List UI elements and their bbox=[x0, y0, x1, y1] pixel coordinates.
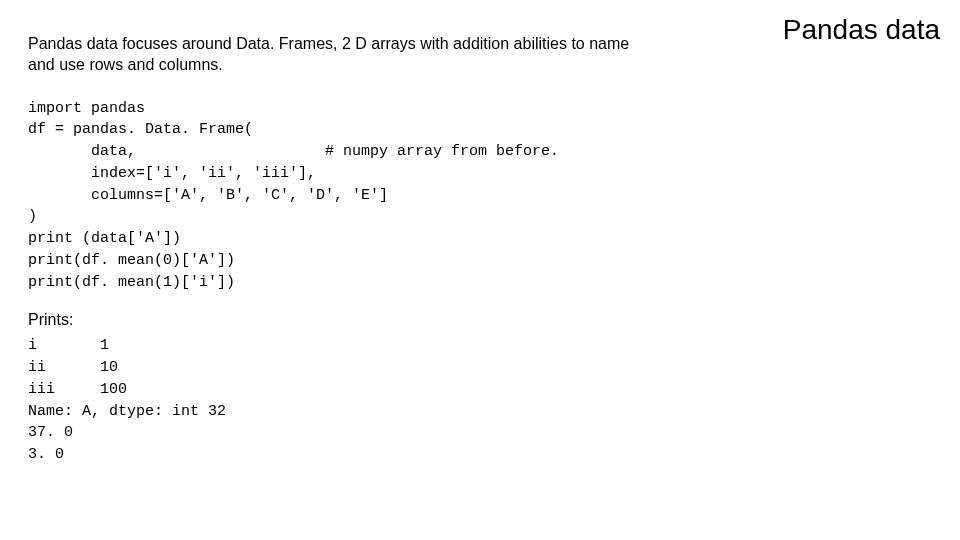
page-title: Pandas data bbox=[783, 14, 940, 46]
intro-text: Pandas data focuses around Data. Frames,… bbox=[28, 34, 648, 76]
content-area: Pandas data focuses around Data. Frames,… bbox=[28, 34, 648, 466]
prints-label: Prints: bbox=[28, 311, 648, 329]
code-block: import pandas df = pandas. Data. Frame( … bbox=[28, 98, 648, 294]
output-block: i 1 ii 10 iii 100 Name: A, dtype: int 32… bbox=[28, 335, 648, 466]
